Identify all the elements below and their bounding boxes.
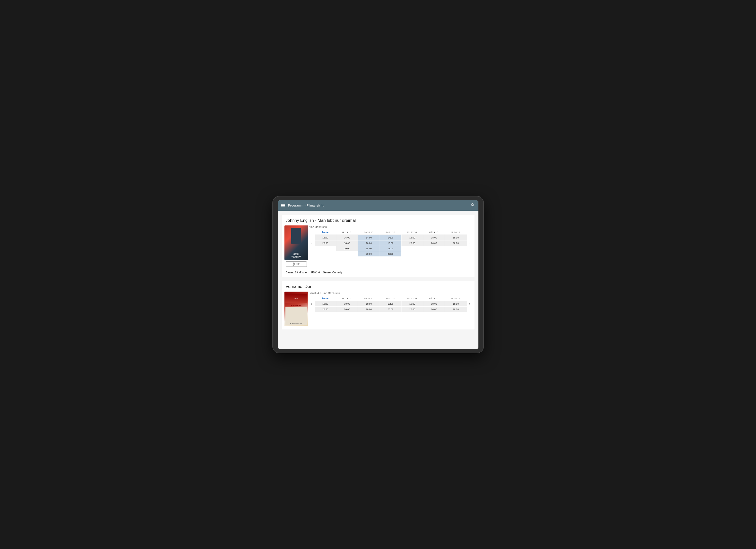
day-header-v6: Mi 24.10.	[445, 296, 466, 301]
schedule-nav-johnny: ‹ heute Fr 19.10. Sa 20.10. So 21.10. Mo…	[309, 230, 473, 256]
time-cell[interactable]: 20:00	[380, 251, 401, 256]
time-cell[interactable]: 18:00	[401, 235, 423, 240]
dauer-value: 89 Minuten	[295, 271, 308, 274]
poster-johnny: JOHNNYENGLISHMAN LEBT NURDREIMAL	[284, 225, 308, 260]
time-cell[interactable]: 18:00	[380, 301, 401, 306]
movie-body-johnny: JOHNNYENGLISHMAN LEBT NURDREIMAL i Info …	[282, 225, 474, 269]
schedule-col-vorname: Filmstudio Kino Ottobrunn ‹ heute Fr 19.…	[309, 292, 474, 329]
schedule-grid-johnny: heute Fr 19.10. Sa 20.10. So 21.10. Mo 2…	[315, 230, 467, 256]
menu-icon[interactable]	[281, 204, 285, 207]
time-cell[interactable]: 18:00	[315, 301, 336, 306]
movie-meta-johnny: Dauer: 89 Minuten FSK: 6 Genre: Comedy	[282, 269, 474, 277]
day-headers-vorname: heute Fr 19.10. Sa 20.10. So 21.10. Mo 2…	[315, 296, 467, 301]
time-row-1: 20:00 18:00 16:00 16:00 20:00 20:00 20:0…	[315, 240, 467, 246]
movie-section-vorname: Vorname, Der DER VORNAME AB 18. OKTOB	[282, 281, 474, 329]
poster-col-johnny: JOHNNYENGLISHMAN LEBT NURDREIMAL i Info	[282, 225, 309, 269]
time-cell[interactable]: 20:00	[401, 307, 423, 312]
time-cell[interactable]: 18:00	[358, 246, 379, 251]
time-cell[interactable]: 18:00	[336, 301, 358, 306]
day-header-v4: Mo 22.10.	[401, 296, 423, 301]
time-cell-empty	[423, 246, 445, 251]
time-cell[interactable]: 18:00	[445, 235, 466, 240]
time-cell-empty	[423, 251, 445, 256]
time-cell[interactable]: 20:00	[423, 307, 445, 312]
next-arrow-johnny[interactable]: ›	[467, 240, 473, 246]
schedule-col-johnny: Kino Ottobrunn ‹ heute Fr 19.10. Sa 20.1…	[309, 225, 474, 269]
day-header-v0: heute	[315, 296, 336, 301]
info-icon-johnny: i	[292, 263, 295, 266]
time-cell[interactable]: 20:00	[315, 240, 336, 246]
tablet-screen: Programm - Filmansicht Johnny English - …	[278, 200, 478, 349]
day-header-v3: So 21.10.	[380, 296, 401, 301]
day-headers-johnny: heute Fr 19.10. Sa 20.10. So 21.10. Mo 2…	[315, 230, 467, 235]
time-cell[interactable]: 18:00	[358, 301, 379, 306]
time-cell[interactable]: 20:00	[315, 307, 336, 312]
time-cell-empty	[401, 251, 423, 256]
time-cell[interactable]: 16:00	[336, 235, 358, 240]
time-cell[interactable]: 20:00	[358, 307, 379, 312]
search-icon[interactable]	[471, 203, 475, 208]
time-row-3: 20:00 20:00	[315, 251, 467, 256]
time-cell-empty	[315, 246, 336, 251]
day-header-0: heute	[315, 230, 336, 235]
time-cell[interactable]: 16:00	[358, 240, 379, 246]
schedule-grid-vorname: heute Fr 19.10. Sa 20.10. So 21.10. Mo 2…	[315, 296, 467, 312]
time-cell[interactable]: 20:00	[336, 246, 358, 251]
time-row-0: 18:00 16:00 14:00 14:00 18:00 18:00 18:0…	[315, 235, 467, 240]
time-row-v0: 18:00 18:00 18:00 18:00 18:00 18:00 18:0…	[315, 301, 467, 306]
time-cell[interactable]: 20:00	[358, 251, 379, 256]
poster-col-vorname: DER VORNAME AB 18. OKTOBER IM KINO	[282, 292, 309, 329]
cinema-name-vorname: Filmstudio Kino Ottobrunn	[309, 292, 473, 296]
day-header-v1: Fr 19.10.	[336, 296, 358, 301]
time-cell[interactable]: 16:00	[380, 240, 401, 246]
day-header-2: Sa 20.10.	[358, 230, 379, 235]
main-content: Johnny English - Man lebt nur dreimal JO…	[278, 211, 478, 349]
time-cell[interactable]: 20:00	[380, 307, 401, 312]
day-header-5: Di 23.10.	[423, 230, 445, 235]
time-row-2: 20:00 18:00 18:00	[315, 246, 467, 251]
time-row-v1: 20:00 20:00 20:00 20:00 20:00 20:00 20:0…	[315, 307, 467, 312]
time-cell[interactable]: 20:00	[423, 240, 445, 246]
info-button-johnny[interactable]: i Info	[286, 261, 307, 267]
time-cell[interactable]: 18:00	[401, 301, 423, 306]
day-header-1: Fr 19.10.	[336, 230, 358, 235]
prev-arrow-vorname[interactable]: ‹	[309, 301, 314, 307]
time-rows-johnny: 18:00 16:00 14:00 14:00 18:00 18:00 18:0…	[315, 235, 467, 256]
prev-arrow-johnny[interactable]: ‹	[309, 240, 314, 246]
movie-title-johnny: Johnny English - Man lebt nur dreimal	[282, 215, 474, 225]
movie-title-vorname: Vorname, Der	[282, 281, 474, 292]
time-cell[interactable]: 18:00	[315, 235, 336, 240]
time-cell[interactable]: 14:00	[358, 235, 379, 240]
dauer-label: Dauer:	[286, 271, 294, 274]
time-cell[interactable]: 20:00	[445, 240, 466, 246]
schedule-nav-vorname: ‹ heute Fr 19.10. Sa 20.10. So 21.10. Mo…	[309, 296, 473, 312]
time-rows-vorname: 18:00 18:00 18:00 18:00 18:00 18:00 18:0…	[315, 301, 467, 312]
movie-body-vorname: DER VORNAME AB 18. OKTOBER IM KINO Films…	[282, 292, 474, 329]
day-header-v5: Di 23.10.	[423, 296, 445, 301]
time-cell[interactable]: 18:00	[423, 235, 445, 240]
time-cell[interactable]: 20:00	[336, 307, 358, 312]
genre-label: Genre:	[323, 271, 331, 274]
day-header-6: Mi 24.10.	[445, 230, 466, 235]
day-header-4: Mo 22.10.	[401, 230, 423, 235]
app-bar-title: Programm - Filmansicht	[288, 204, 471, 207]
next-arrow-vorname[interactable]: ›	[467, 301, 473, 307]
time-cell-empty	[401, 246, 423, 251]
fsk-label: FSK:	[311, 271, 318, 274]
time-cell[interactable]: 14:00	[380, 235, 401, 240]
cinema-name-johnny: Kino Ottobrunn	[309, 225, 473, 230]
time-cell[interactable]: 18:00	[445, 301, 466, 306]
fsk-value: 6	[318, 271, 320, 274]
time-cell[interactable]: 20:00	[401, 240, 423, 246]
time-cell-empty	[445, 246, 466, 251]
poster-vorname: DER VORNAME AB 18. OKTOBER IM KINO	[284, 292, 308, 326]
time-cell[interactable]: 18:00	[423, 301, 445, 306]
time-cell-empty	[445, 251, 466, 256]
genre-value: Comedy	[332, 271, 342, 274]
time-cell[interactable]: 18:00	[336, 240, 358, 246]
time-cell[interactable]: 18:00	[380, 246, 401, 251]
day-header-v2: Sa 20.10.	[358, 296, 379, 301]
tablet-frame: Programm - Filmansicht Johnny English - …	[272, 196, 484, 353]
time-cell[interactable]: 20:00	[445, 307, 466, 312]
app-bar: Programm - Filmansicht	[278, 200, 478, 211]
